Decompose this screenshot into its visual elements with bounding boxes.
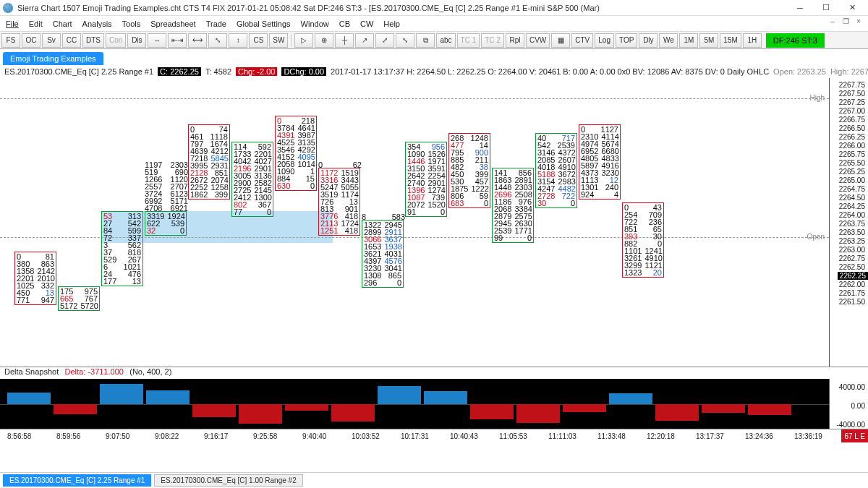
maximize-button[interactable]: ☐ [813, 1, 839, 15]
bottom-tab[interactable]: ES.20170300.CME_Eq [C] 2.25 Range #1 [3, 474, 151, 487]
bottom-tabs: ES.20170300.CME_Eq [C] 2.25 Range #1ES.2… [0, 472, 868, 488]
toolbar-btn-2[interactable]: Sv [42, 33, 61, 48]
status-badge: DF:246 ST:3 [766, 33, 825, 48]
toolbar-btn-10[interactable]: ⤡ [208, 33, 227, 48]
footprint-bar: 1197230351969012661120255727073724612369… [145, 211, 187, 236]
window-title: Sierra Chart 1507 Emoji Trading Examples… [17, 4, 787, 12]
delta-axis: 4000.000.00-4000.00 [829, 379, 868, 429]
toolbar-btn-34[interactable]: 5M [699, 33, 718, 48]
menu-chart[interactable]: Chart [53, 20, 72, 28]
menubar: File Edit Chart Analysis Tools Spreadshe… [0, 16, 868, 32]
info-close: C: 2262.25 [158, 67, 201, 76]
menu-cb[interactable]: CB [339, 20, 350, 28]
menu-cw[interactable]: CW [360, 20, 373, 28]
delta-bar [563, 404, 606, 412]
toolbar-btn-27[interactable]: ▦ [551, 33, 570, 48]
footprint-bar: 8583132229452899291130663637165319383621… [362, 220, 404, 288]
menu-edit[interactable]: Edit [29, 20, 43, 28]
toolbar-btn-0[interactable]: FS [1, 33, 20, 48]
footprint-bar: 0813808631358214222012010102533245013771… [14, 252, 56, 305]
toolbar-btn-26[interactable]: CVW [526, 33, 550, 48]
menu-tools[interactable]: Tools [122, 20, 141, 28]
toolbar-btn-9[interactable]: ⟷ [188, 33, 207, 48]
toolbar-btn-13[interactable]: SW [269, 33, 288, 48]
info-rest: 2017-01-17 13:17:37 H: 2264.50 L: 2262.2… [331, 67, 769, 76]
chart-tab[interactable]: Emoji Trading Examples [3, 52, 103, 65]
menu-global-settings[interactable]: Global Settings [237, 20, 291, 28]
footprint-bar: 0432547097222368516539330882011011241326… [622, 202, 664, 278]
menu-spreadsheet[interactable]: Spreadsheet [150, 20, 195, 28]
delta-label-row: Delta Snapshot Delta: -3711.000 (No, 400… [0, 367, 868, 379]
toolbar-btn-31[interactable]: Dly [639, 33, 658, 48]
delta-bar [516, 404, 560, 423]
close-button[interactable]: ✕ [839, 1, 865, 15]
menu-file[interactable]: File [6, 20, 19, 28]
toolbar-btn-18[interactable]: ↗ [355, 33, 374, 48]
toolbar-btn-20[interactable]: ⤡ [396, 33, 414, 48]
toolbar-btn-32[interactable]: We [659, 33, 678, 48]
doc-minimize-icon[interactable]: – [827, 17, 838, 27]
delta-bar [146, 390, 190, 405]
toolbar-btn-8[interactable]: ⇤⇥ [168, 33, 187, 48]
doc-restore-icon[interactable]: ❐ [841, 17, 851, 27]
delta-bar [331, 404, 375, 421]
footprint-bar: 0621172151933163443524750553519117472613… [318, 168, 360, 236]
toolbar-btn-6[interactable]: Dis [127, 33, 146, 48]
toolbar-btn-15[interactable]: ▷ [294, 33, 313, 48]
chart-area[interactable]: High Open 081380863135821422201201010253… [0, 78, 868, 367]
delta-bar [748, 404, 791, 415]
delta-bar [7, 393, 51, 405]
info-high: High: 2267.25 [830, 67, 868, 76]
toolbar-btn-16[interactable]: ⊕ [315, 33, 333, 48]
toolbar-btn-36[interactable]: 1H [743, 33, 762, 48]
delta-bar [285, 404, 328, 411]
toolbar-btn-11[interactable]: ↕ [229, 33, 247, 48]
delta-bar [424, 391, 467, 404]
toolbar-btn-17[interactable]: ┼ [335, 33, 354, 48]
delta-bar [655, 404, 699, 421]
toolbar-btn-7[interactable]: ↔ [148, 33, 166, 48]
footprint-bar: 2681248477147959008852114823845039953045… [448, 133, 490, 208]
delta-bar [100, 384, 143, 405]
delta-value: Delta: -3711.000 [65, 367, 124, 376]
toolbar-btn-28[interactable]: CTV [571, 33, 593, 48]
doc-close-icon[interactable]: × [854, 17, 864, 27]
time-axis: 67 L E 8:56:588:59:569:07:509:08:229:16:… [0, 429, 868, 442]
menu-trade[interactable]: Trade [206, 20, 226, 28]
footprint-plot: 0813808631358214222012010102533245013771… [0, 78, 829, 367]
toolbar-btn-30[interactable]: TOP [616, 33, 637, 48]
info-bar: ES.20170300.CME_Eq [C] 2.25 Range #1 C: … [0, 65, 868, 78]
toolbar-btn-25[interactable]: Rpl [506, 33, 524, 48]
menu-analysis[interactable]: Analysis [82, 20, 112, 28]
delta-area[interactable]: 4000.000.00-4000.00 [0, 379, 868, 429]
footprint-bar: 5331327542845997233735623781852926761021… [101, 211, 143, 286]
info-dchg: DChg: 0.00 [281, 67, 326, 76]
bottom-tab[interactable]: ES.20170300.CME_Eq [C] 1.00 Range #2 [154, 474, 302, 487]
delta-bar [378, 386, 421, 405]
info-trades: T: 4582 [205, 67, 231, 76]
delta-bar [609, 393, 652, 404]
toolbar-btn-5[interactable]: Con [106, 33, 126, 48]
info-open: Open: 2263.25 [773, 67, 826, 76]
toolbar-btn-22[interactable]: abc [436, 33, 455, 48]
toolbar-btn-12[interactable]: CS [249, 33, 268, 48]
delta-bar [192, 404, 236, 417]
toolbar-btn-29[interactable]: Log [595, 33, 614, 48]
last-badge: 67 L E [841, 429, 868, 442]
toolbar-btn-21[interactable]: ⧉ [416, 33, 435, 48]
minimize-button[interactable]: ─ [787, 1, 813, 15]
menu-window[interactable]: Window [301, 20, 329, 28]
toolbar-btn-1[interactable]: OC [22, 33, 41, 48]
toolbar-btn-23[interactable]: TC 1 [457, 33, 480, 48]
toolbar-btn-35[interactable]: 15M [720, 33, 741, 48]
toolbar-btn-3[interactable]: CC [62, 33, 81, 48]
toolbar-btn-4[interactable]: DTS [82, 33, 104, 48]
footprint-bar: 0112723104114497456746952668048054833589… [579, 124, 621, 200]
footprint-bar: 3549561090152614461971315035912642225427… [405, 142, 447, 217]
toolbar-btn-33[interactable]: 1M [679, 33, 698, 48]
menu-help[interactable]: Help [383, 20, 400, 28]
titlebar: Sierra Chart 1507 Emoji Trading Examples… [0, 0, 868, 16]
delta-plot [0, 379, 829, 429]
toolbar-btn-19[interactable]: ⤢ [375, 33, 394, 48]
toolbar-btn-24[interactable]: TC 2 [481, 33, 504, 48]
